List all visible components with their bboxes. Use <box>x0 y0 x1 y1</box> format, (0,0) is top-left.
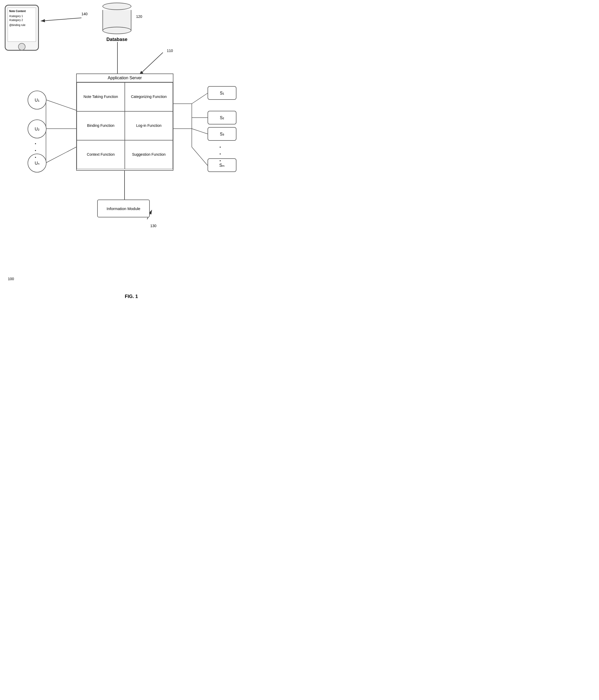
note-taking-function: Note Taking Function <box>77 82 125 111</box>
s3-label: S₃ <box>220 131 224 136</box>
binding-function: Binding Function <box>77 111 125 140</box>
note-content-label: Note Content <box>9 9 34 13</box>
svg-line-15 <box>192 93 208 104</box>
user-circle-1: U₁ <box>28 91 47 109</box>
database-body <box>102 10 131 31</box>
user-circle-2: U₂ <box>28 120 47 139</box>
functions-grid: Note Taking Function Categorizing Functi… <box>77 82 173 169</box>
database-label: Database <box>102 37 131 42</box>
svg-line-17 <box>192 129 208 134</box>
suggestion-function: Suggestion Function <box>125 140 173 169</box>
user-1-label: U₁ <box>35 98 40 103</box>
user-2-label: U₂ <box>35 127 40 131</box>
user-circle-n: Uₙ <box>28 154 47 173</box>
svg-line-18 <box>192 147 208 166</box>
s-box-2: S₂ <box>208 111 236 124</box>
app-server-title: Application Server <box>77 74 173 82</box>
context-function: Context Function <box>77 140 125 169</box>
svg-line-2 <box>41 18 81 21</box>
login-function: Log-in Function <box>125 111 173 140</box>
ref-110: 110 <box>167 49 173 53</box>
database-cylinder <box>102 3 131 31</box>
s-box-3: S₃ <box>208 127 236 141</box>
app-server-box: Application Server Note Taking Function … <box>76 74 173 171</box>
binding-label: @binding rule <box>9 23 34 27</box>
category2-label: #category 2 <box>9 18 34 22</box>
svg-line-4 <box>139 52 163 75</box>
s1-label: S₁ <box>220 91 224 96</box>
ref-120: 120 <box>136 15 142 19</box>
svg-line-10 <box>46 147 76 163</box>
s2-label: S₂ <box>220 115 224 120</box>
ref-100: 100 <box>8 277 14 281</box>
phone-screen: Note Content #category 1 #category 2 @bi… <box>8 8 36 42</box>
category1-label: #category 1 <box>9 14 34 18</box>
diagram: 140 Note Content #category 1 #category 2… <box>0 0 263 307</box>
user-n-label: Uₙ <box>35 161 40 166</box>
user-ellipsis: ··· <box>35 141 37 161</box>
s-box-1: S₁ <box>208 86 236 100</box>
categorizing-function: Categorizing Function <box>125 82 173 111</box>
ref-130: 130 <box>150 224 156 228</box>
phone-device: Note Content #category 1 #category 2 @bi… <box>5 5 39 51</box>
s-ellipsis: ··· <box>219 144 221 165</box>
ref-140: 140 <box>81 12 88 16</box>
s-box-m: Sₘ <box>208 158 236 172</box>
figure-label: FIG. 1 <box>125 294 138 299</box>
database-top <box>102 3 131 10</box>
database-container: Database <box>102 3 131 42</box>
phone-home-button <box>18 43 25 50</box>
information-module-label: Information Module <box>107 206 140 211</box>
svg-line-8 <box>46 100 76 110</box>
database-bottom <box>102 27 131 34</box>
information-module: Information Module <box>97 200 150 218</box>
